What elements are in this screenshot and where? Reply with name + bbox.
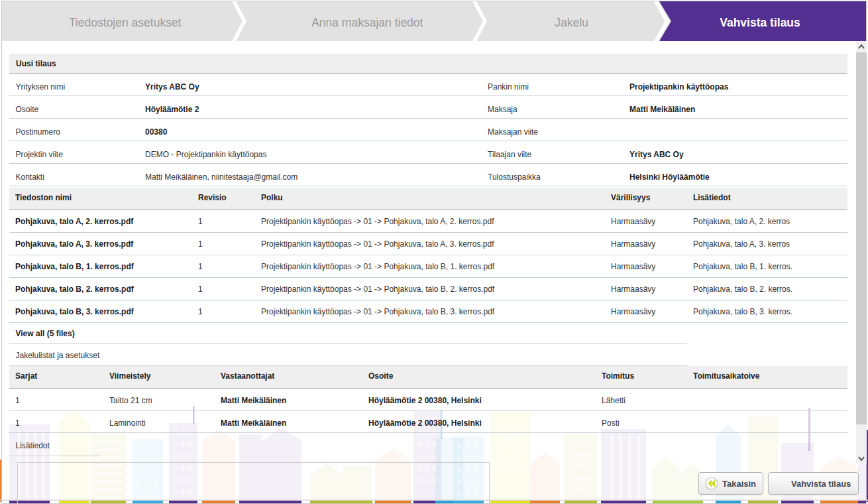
svg-text:Anna maksajan tiedot: Anna maksajan tiedot xyxy=(311,16,423,29)
svg-text:Tiedostojen asetukset: Tiedostojen asetukset xyxy=(69,16,182,29)
svg-text:Jakelu: Jakelu xyxy=(555,16,588,29)
svg-text:Vahvista tilaus: Vahvista tilaus xyxy=(720,16,800,29)
